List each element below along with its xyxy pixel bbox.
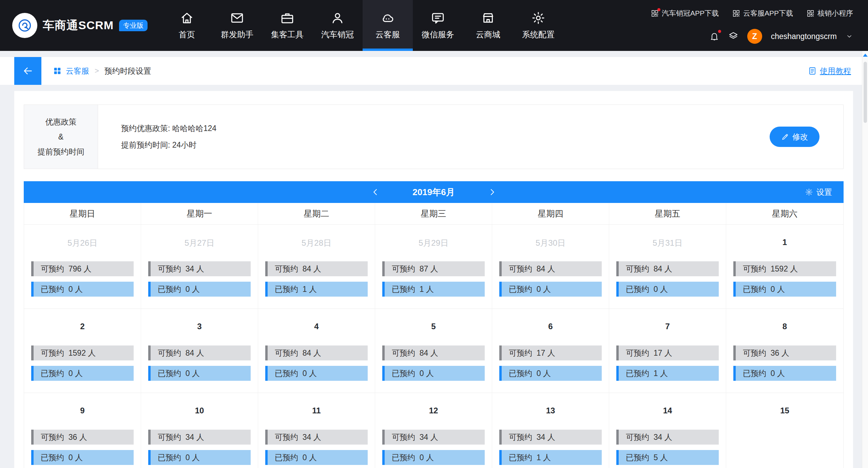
bar-text: 已预约 0 人: [41, 452, 83, 463]
brand: 车商通SCRM 专业版: [12, 0, 156, 51]
next-month-button[interactable]: [487, 187, 497, 197]
main-nav: 首页群发助手集客工具汽车销冠云客服微信服务云商城系统配置: [162, 0, 563, 51]
cell-date: 5月29日: [375, 238, 492, 248]
app-download-link[interactable]: 核销小程序: [807, 8, 853, 18]
nav-item-briefcase[interactable]: 集客工具: [262, 0, 312, 51]
scrollbar-thumb[interactable]: [864, 62, 867, 123]
bar-stripe: [31, 366, 34, 381]
bar-stripe: [31, 450, 34, 465]
booked-bar: 已预约 0 人: [382, 366, 485, 381]
calendar-cell[interactable]: 15: [726, 393, 843, 468]
calendar-cell[interactable]: 2可预约 1592 人已预约 0 人: [24, 309, 141, 393]
cloud-icon: [381, 11, 395, 25]
available-bar: 可预约 36 人: [733, 345, 836, 360]
cell-date: 5月27日: [141, 238, 258, 248]
calendar-cell[interactable]: 5月30日可预约 84 人已预约 0 人: [492, 225, 609, 309]
nav-item-cloud[interactable]: 云客服: [363, 0, 413, 51]
bar-stripe: [499, 430, 502, 445]
calendar-cell[interactable]: 11可预约 34 人已预约 0 人: [258, 393, 375, 468]
briefcase-icon: [280, 11, 294, 25]
calendar-cell[interactable]: 6可预约 17 人已预约 0 人: [492, 309, 609, 393]
bar-stripe: [499, 366, 502, 381]
calendar-cell[interactable]: 5月29日可预约 87 人已预约 1 人: [375, 225, 492, 309]
calendar-cell[interactable]: 4可预约 84 人已预约 0 人: [258, 309, 375, 393]
cell-date: 13: [492, 406, 609, 416]
bar-stripe: [733, 345, 736, 360]
app-download-link[interactable]: 云客服APP下载: [732, 8, 793, 18]
tutorial-link[interactable]: 使用教程: [808, 66, 851, 76]
prev-month-button[interactable]: [370, 187, 380, 197]
back-button[interactable]: [14, 57, 41, 85]
notifications-button[interactable]: [709, 31, 719, 41]
nav-item-person[interactable]: 汽车销冠: [312, 0, 363, 51]
calendar-cell[interactable]: 3可预约 84 人已预约 0 人: [141, 309, 258, 393]
booked-bar: 已预约 1 人: [616, 366, 719, 381]
bar-stripe: [148, 282, 151, 297]
bar-stripe: [265, 261, 268, 276]
policy-side-line: 优惠政策: [45, 117, 77, 127]
nav-item-mail[interactable]: 群发助手: [212, 0, 262, 51]
qr-icon-wrap: [651, 10, 659, 17]
calendar-cell[interactable]: 5月28日可预约 84 人已预约 1 人: [258, 225, 375, 309]
calendar-settings-button[interactable]: 设置: [805, 187, 832, 198]
breadcrumb-section-link[interactable]: 云客服: [66, 66, 89, 76]
cell-date: 10: [141, 406, 258, 416]
bar-stripe: [382, 430, 385, 445]
edit-policy-button[interactable]: 修改: [770, 127, 819, 147]
app-download-link[interactable]: 汽车销冠APP下载: [651, 8, 719, 18]
home-icon: [180, 11, 194, 25]
breadcrumb-bar: 云客服 > 预约时段设置 使用教程: [0, 57, 868, 85]
nav-item-chat[interactable]: 微信服务: [413, 0, 463, 51]
page-scrollbar[interactable]: [862, 51, 868, 468]
notification-dot: [657, 8, 660, 11]
calendar-cell[interactable]: 5月26日可预约 796 人已预约 0 人: [24, 225, 141, 309]
bar-text: 已预约 1 人: [392, 284, 434, 295]
weekday-header: 星期一: [141, 203, 258, 224]
calendar-cell[interactable]: 7可预约 17 人已预约 1 人: [609, 309, 726, 393]
booked-bar: 已预约 0 人: [499, 282, 602, 297]
calendar-cell[interactable]: 5可预约 84 人已预约 0 人: [375, 309, 492, 393]
calendar-cell[interactable]: 12可预约 34 人已预约 0 人: [375, 393, 492, 468]
bar-text: 已预约 0 人: [392, 452, 434, 463]
policy-side-label: 优惠政策 & 提前预约时间: [24, 105, 98, 169]
nav-item-gear[interactable]: 系统配置: [513, 0, 563, 51]
chevron-down-icon[interactable]: [846, 33, 853, 40]
available-bar: 可预约 87 人: [382, 261, 485, 276]
bar-stripe: [733, 261, 736, 276]
calendar-cell[interactable]: 14可预约 34 人已预约 5 人: [609, 393, 726, 468]
calendar-cell[interactable]: 1可预约 1592 人已预约 0 人: [726, 225, 843, 309]
download-link-label: 云客服APP下载: [743, 8, 793, 18]
calendar-cell[interactable]: 5月27日可预约 34 人已预约 0 人: [141, 225, 258, 309]
nav-item-label: 集客工具: [271, 29, 304, 40]
cell-date: 9: [24, 406, 141, 416]
weekday-header: 星期日: [24, 203, 141, 224]
bar-text: 已预约 0 人: [275, 452, 317, 463]
policy-card: 优惠政策 & 提前预约时间 预约优惠政策: 哈哈哈哈124 提前预约时间: 24…: [24, 105, 844, 169]
calendar-cell[interactable]: 10可预约 34 人已预约 0 人: [141, 393, 258, 468]
available-bar: 可预约 1592 人: [31, 345, 134, 360]
calendar-cell[interactable]: 9可预约 36 人已预约 0 人: [24, 393, 141, 468]
account-name[interactable]: cheshangtongscrm: [771, 32, 837, 41]
nav-item-label: 群发助手: [221, 29, 253, 40]
available-bar: 可预约 17 人: [616, 345, 719, 360]
booked-bar: 已预约 1 人: [382, 282, 485, 297]
calendar-grid: 5月26日可预约 796 人已预约 0 人5月27日可预约 34 人已预约 0 …: [24, 225, 843, 468]
cell-date: 5: [375, 322, 492, 332]
cell-date: 15: [726, 406, 843, 416]
calendar-cell[interactable]: 13可预约 34 人已预约 1 人: [492, 393, 609, 468]
bar-text: 可预约 84 人: [392, 348, 438, 358]
edit-button-label: 修改: [792, 132, 808, 142]
weekday-header: 星期五: [609, 203, 726, 224]
scrollbar-up-arrow[interactable]: [863, 54, 868, 57]
calendar-cell[interactable]: 8可预约 36 人已预约 0 人: [726, 309, 843, 393]
apps-stack-button[interactable]: [728, 31, 738, 41]
nav-item-home[interactable]: 首页: [162, 0, 212, 51]
avatar[interactable]: Z: [747, 29, 762, 44]
chat-icon: [431, 11, 445, 25]
nav-item-store[interactable]: 云商城: [463, 0, 513, 51]
available-bar: 可预约 34 人: [148, 261, 251, 276]
calendar-cell[interactable]: 5月31日可预约 84 人已预约 0 人: [609, 225, 726, 309]
bar-text: 可预约 34 人: [158, 432, 204, 443]
app-logo: [12, 13, 37, 38]
store-icon: [481, 11, 495, 25]
